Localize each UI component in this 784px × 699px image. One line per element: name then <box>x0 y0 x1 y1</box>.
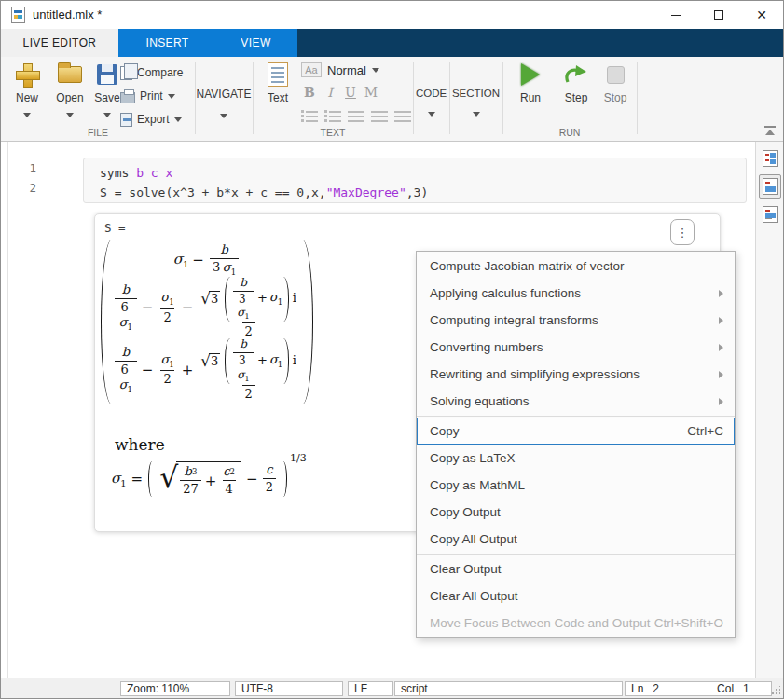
tab-live-editor[interactable]: LIVE EDITOR <box>1 29 118 57</box>
minimize-icon <box>671 15 681 16</box>
menu-item-copy-output[interactable]: Copy Output <box>417 499 735 526</box>
open-button[interactable]: Open <box>49 61 90 121</box>
close-button[interactable]: ✕ <box>740 1 783 29</box>
menu-item-move-focus: Move Focus Between Code and OutputCtrl+S… <box>417 610 735 637</box>
compare-button[interactable]: Compare <box>120 62 183 83</box>
code-block[interactable]: syms b c x S = solve(x^3 + b*x + c == 0,… <box>83 158 747 203</box>
menu-item-clear-all-output[interactable]: Clear All Output <box>417 582 735 610</box>
navigate-button[interactable]: NAVIGATE <box>195 57 253 130</box>
output-inline-button[interactable] <box>759 174 781 199</box>
menu-item-clear-output[interactable]: Clear Output <box>417 555 735 582</box>
line-number: 2 <box>14 181 36 195</box>
text-button[interactable]: Text <box>260 61 296 104</box>
matrix-row-2: b6 σ1 − σ12 − √3 b3 σ1 + σ1 <box>113 277 301 339</box>
resize-grip[interactable] <box>771 686 780 695</box>
chevron-down-icon <box>23 113 31 117</box>
tab-view[interactable]: VIEW <box>216 29 296 57</box>
stop-icon <box>607 66 625 84</box>
toc-panel-icon <box>763 150 778 167</box>
chevron-down-icon <box>428 112 435 116</box>
run-icon <box>521 63 540 86</box>
menu-item-compute-jacobian[interactable]: Compute Jacobian matrix of vector <box>417 253 735 280</box>
new-icon <box>16 63 38 86</box>
format-buttons: B I U M <box>299 85 381 100</box>
new-button[interactable]: New <box>7 61 48 121</box>
file-section-label: FILE <box>1 127 195 138</box>
numbered-list-icon <box>324 110 341 122</box>
text-style-dropdown[interactable]: Aa Normal <box>301 62 379 77</box>
menu-item-integral-transforms[interactable]: Computing integral transforms <box>417 307 735 334</box>
cursor-position[interactable]: Ln2 Col1 <box>625 681 772 696</box>
section-button[interactable]: SECTION <box>449 57 502 130</box>
status-bar: Zoom: 110% UTF-8 LF script Ln2 Col1 <box>1 678 783 698</box>
live-script-file-icon <box>11 7 25 23</box>
export-icon <box>120 113 132 127</box>
bullet-list-icon <box>301 110 318 122</box>
list-buttons <box>301 110 411 122</box>
close-icon: ✕ <box>756 8 767 21</box>
where-label: where <box>115 435 165 454</box>
run-button[interactable]: Run <box>512 61 549 104</box>
print-icon <box>120 92 135 103</box>
chevron-down-icon <box>220 114 227 118</box>
matrix-row-3: b6 σ1 − σ12 + √3 b3 σ1 + σ1 <box>113 338 301 401</box>
code-line-1: syms b c x <box>100 166 172 180</box>
menu-separator <box>417 554 735 555</box>
menu-item-converting-numbers[interactable]: Converting numbers <box>417 334 735 361</box>
maximize-button[interactable] <box>697 1 740 29</box>
eol-indicator[interactable]: LF <box>348 681 393 696</box>
output-inline-icon <box>763 178 778 195</box>
tabstrip-right-area <box>297 29 783 57</box>
italic-button: I <box>320 85 340 100</box>
left-paren <box>101 240 113 404</box>
align-left-icon <box>348 110 364 122</box>
print-button[interactable]: Print <box>120 86 175 106</box>
menu-separator <box>417 416 735 417</box>
underline-button: U <box>340 85 361 100</box>
menu-item-rewriting-simplifying[interactable]: Rewriting and simplifying expressions <box>417 361 735 388</box>
step-icon <box>564 64 588 85</box>
align-center-icon <box>371 110 388 122</box>
output-right-icon <box>763 206 778 223</box>
output-context-menu: Compute Jacobian matrix of vector Applyi… <box>416 251 736 638</box>
aa-icon: Aa <box>301 62 322 77</box>
monospace-button: M <box>361 85 381 100</box>
code-button[interactable]: CODE <box>413 57 449 130</box>
file-type-indicator[interactable]: script <box>394 681 623 696</box>
text-section-label: TEXT <box>253 127 413 138</box>
menu-item-solving-equations[interactable]: Solving equations <box>417 388 735 415</box>
tab-insert[interactable]: INSERT <box>118 29 216 57</box>
chevron-down-icon <box>174 117 182 122</box>
submenu-arrow-icon <box>719 398 723 405</box>
output-right-button[interactable] <box>759 202 781 226</box>
menu-item-applying-calculus[interactable]: Applying calculus functions <box>417 280 735 307</box>
vertical-ellipsis-icon: ⋮ <box>677 226 689 240</box>
window-title: untitled.mlx * <box>33 7 102 21</box>
minimize-button[interactable] <box>654 1 697 29</box>
step-button[interactable]: Step <box>557 61 596 104</box>
zoom-level[interactable]: Zoom: 110% <box>120 681 230 696</box>
right-paren <box>301 240 313 404</box>
open-icon <box>58 66 82 83</box>
matrix-row-1: σ1 − b3 σ1 <box>173 243 241 277</box>
stop-button[interactable]: Stop <box>598 61 633 104</box>
menu-item-copy-all-output[interactable]: Copy All Output <box>417 526 735 553</box>
menu-item-copy[interactable]: CopyCtrl+C <box>417 418 735 445</box>
matlab-live-editor-window: untitled.mlx * ✕ LIVE EDITOR INSERT VIEW… <box>0 0 784 699</box>
menu-item-copy-as-mathml[interactable]: Copy as MathML <box>417 472 735 499</box>
output-variable-label: S = <box>104 221 126 235</box>
menu-item-copy-as-latex[interactable]: Copy as LaTeX <box>417 445 735 472</box>
encoding-indicator[interactable]: UTF-8 <box>235 681 343 696</box>
chevron-down-icon <box>103 113 111 117</box>
ribbon: New Open Save Compare Print Export FILE … <box>1 57 783 142</box>
run-section-label: RUN <box>502 127 637 138</box>
chevron-down-icon <box>66 113 74 117</box>
submenu-arrow-icon <box>719 317 723 324</box>
titlebar: untitled.mlx * ✕ <box>1 1 783 29</box>
chevron-down-icon <box>168 94 175 99</box>
toc-panel-button[interactable] <box>759 146 781 171</box>
maximize-icon <box>714 10 723 20</box>
save-icon <box>97 64 117 85</box>
collapse-ribbon-icon[interactable] <box>763 126 777 135</box>
output-options-button[interactable]: ⋮ <box>670 219 695 245</box>
